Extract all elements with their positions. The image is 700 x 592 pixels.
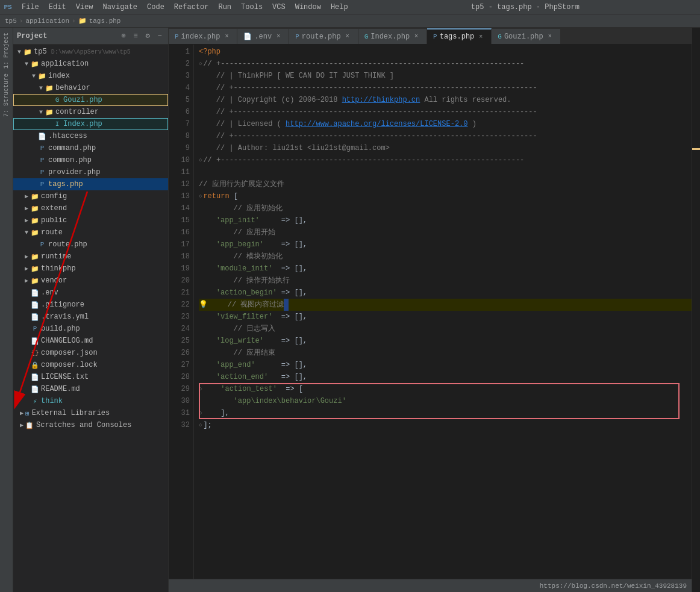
tree-label-ext: External Libraries (32, 409, 110, 417)
tab-close-index-php[interactable]: × (222, 33, 231, 41)
tree-provider[interactable]: P provider.php (13, 166, 168, 178)
ln-32: 32 (169, 419, 190, 431)
link-license[interactable]: http://www.apache.org/licenses/LICENSE-2… (286, 118, 467, 130)
menu-tools[interactable]: Tools (236, 2, 267, 13)
tree-controller[interactable]: ▼ 📁 controller (13, 106, 168, 118)
tab-Index-php[interactable]: G Index.php × (358, 28, 427, 44)
tree-index[interactable]: ▼ 📁 index (13, 70, 168, 82)
menu-navigate[interactable]: Navigate (98, 2, 142, 13)
tab-env[interactable]: 📄 .env × (237, 28, 289, 44)
fold-29[interactable]: ◇ (199, 383, 202, 395)
tree-route-php[interactable]: P route.php (13, 238, 168, 251)
tree-common[interactable]: P common.php (13, 154, 168, 166)
tree-htaccess[interactable]: 📄 .htaccess (13, 130, 168, 142)
tab-close-route-php[interactable]: × (343, 33, 352, 41)
menu-code[interactable]: Code (142, 2, 169, 13)
menu-help[interactable]: Help (326, 2, 353, 13)
editor-area: P index.php × 📄 .env × P route.php × G I… (169, 28, 692, 592)
locate-icon[interactable]: ⊕ (119, 31, 128, 41)
tree-changelog[interactable]: 📄 CHANGELOG.md (13, 335, 168, 347)
tree-index-php[interactable]: I Index.php (13, 118, 168, 130)
tree-ext-libraries[interactable]: ▶ ⊞ External Libraries (13, 407, 168, 419)
tab-close-env[interactable]: × (274, 33, 283, 41)
tab-close-tags-php[interactable]: × (477, 33, 485, 41)
php-icon-command: P (37, 143, 47, 153)
tree-composer-lock[interactable]: 🔒 composer.lock (13, 359, 168, 371)
tree-composer-json[interactable]: {} composer.json (13, 347, 168, 359)
code-content[interactable]: <?php ◇ // +----------------------------… (194, 45, 692, 431)
op-29: => [ (286, 383, 303, 395)
menu-file[interactable]: File (17, 2, 44, 13)
settings-icon[interactable]: ≡ (131, 31, 140, 41)
breadcrumb-tp5[interactable]: tp5 (5, 17, 17, 25)
fold-32[interactable]: ◇ (199, 419, 202, 431)
tree-build[interactable]: P build.php (13, 323, 168, 335)
tree-route[interactable]: ▼ 📁 route (13, 226, 168, 238)
tree-travis[interactable]: 📄 .travis.yml (13, 311, 168, 323)
comment-26: // 应用结束 (199, 347, 275, 359)
project-panel-label[interactable]: 1: Project (2, 30, 11, 71)
ln-30: 30 (169, 395, 190, 407)
tree-behavior[interactable]: ▼ 📁 behavior (13, 82, 168, 94)
tab-index-php[interactable]: P index.php × (169, 28, 237, 44)
tab-Gouzi-php[interactable]: G Gouzi.php × (492, 28, 560, 44)
tab-close-Gouzi-php[interactable]: × (546, 33, 554, 41)
fold-10[interactable]: ◇ (199, 154, 202, 166)
breadcrumb-file[interactable]: tags.php (89, 17, 121, 25)
tree-license[interactable]: 📄 LICENSE.txt (13, 371, 168, 383)
tree-public[interactable]: ▶ 📁 public (13, 214, 168, 226)
ln-7: 7 (169, 118, 190, 130)
tree-no-arrow-tags (30, 181, 37, 188)
ln-20: 20 (169, 275, 190, 287)
tree-extend[interactable]: ▶ 📁 extend (13, 202, 168, 214)
menu-vcs[interactable]: VCS (267, 2, 290, 13)
tree-gitignore[interactable]: 📄 .gitignore (13, 299, 168, 311)
tree-scratches[interactable]: ▶ 📋 Scratches and Consoles (13, 419, 168, 431)
code-wrapper[interactable]: <?php ◇ // +----------------------------… (194, 45, 692, 579)
breadcrumb-application[interactable]: application (25, 17, 69, 25)
fold-13[interactable]: ◇ (199, 190, 202, 202)
tab-close-Index-php[interactable]: × (412, 33, 420, 41)
fold-2[interactable]: ◇ (199, 58, 202, 70)
tab-route-php[interactable]: P route.php × (289, 28, 358, 44)
tree-application[interactable]: ▼ 📁 application (13, 58, 168, 70)
tree-runtime[interactable]: ▶ 📁 runtime (13, 251, 168, 263)
gear-icon[interactable]: ⚙ (143, 31, 152, 41)
bulb-icon-22[interactable]: 💡 (199, 299, 208, 311)
minimize-icon[interactable]: − (155, 31, 164, 41)
tree-no-arrow-cmd (30, 145, 37, 152)
tree-config[interactable]: ▶ 📁 config (13, 190, 168, 202)
code-line-3: // | ThinkPHP [ WE CAN DO IT JUST THINK … (199, 70, 692, 82)
tree-gouzi[interactable]: G Gouzi.php (13, 94, 168, 106)
class-icon-gouzi: G (52, 95, 62, 105)
ln-21: 21 (169, 287, 190, 299)
tree-no-arrow-travis (23, 313, 30, 320)
str-view_filter: 'view_filter' (216, 311, 273, 323)
tree-readme[interactable]: 📄 README.md (13, 383, 168, 395)
menu-window[interactable]: Window (290, 2, 326, 13)
tree-thinkphp[interactable]: ▶ 📁 thinkphp (13, 263, 168, 275)
tree-command[interactable]: P command.php (13, 142, 168, 154)
menu-view[interactable]: View (71, 2, 98, 13)
structure-panel-label[interactable]: 7: Structure (2, 71, 11, 119)
tree-arrow-index: ▼ (30, 72, 37, 79)
menu-edit[interactable]: Edit (44, 2, 71, 13)
tree-arrow-extend: ▶ (23, 205, 30, 212)
fold-31[interactable]: ◇ (199, 407, 202, 419)
tree-root-tp5[interactable]: ▼ 📁 tp5 D:\www\AppServ\www\tp5 (13, 46, 168, 58)
op-32: ]; (203, 419, 211, 431)
tab-tags-php[interactable]: P tags.php × (427, 28, 492, 44)
indent-21 (199, 287, 216, 299)
cursor-22 (284, 299, 288, 311)
status-url[interactable]: https://blog.csdn.net/weixin_43928139 (540, 582, 687, 590)
tree-no-arrow-gouzi (45, 96, 52, 104)
ln-31: 31 (169, 407, 190, 419)
menu-refactor[interactable]: Refactor (169, 2, 214, 13)
tree-think[interactable]: ⚡ think (13, 395, 168, 407)
menu-run[interactable]: Run (213, 2, 236, 13)
tree-tags[interactable]: P tags.php (13, 178, 168, 190)
git-icon: 📄 (30, 300, 40, 310)
link-thinkphp[interactable]: http://thinkphp.cn (342, 94, 420, 106)
tree-env[interactable]: 📄 .env (13, 287, 168, 299)
tree-vendor[interactable]: ▶ 📁 vendor (13, 275, 168, 287)
